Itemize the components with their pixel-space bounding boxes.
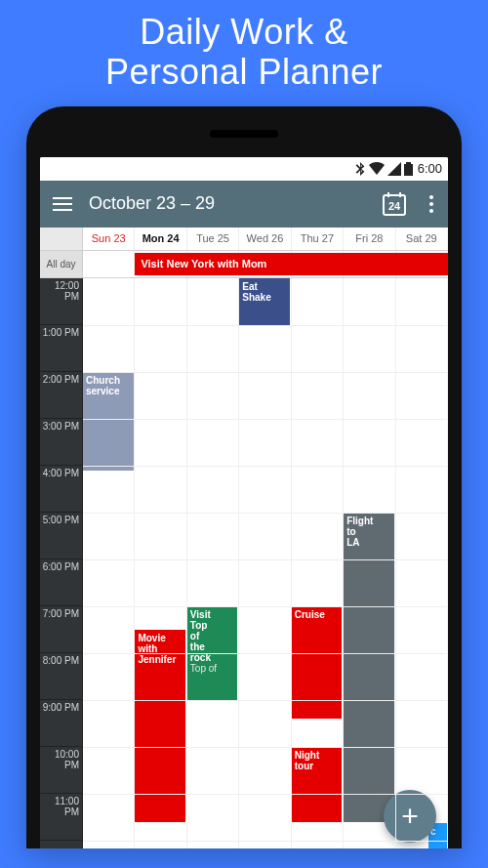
day-header-sat[interactable]: Sat 29 (396, 227, 448, 250)
day-header-row: Sun 23Mon 24Tue 25Wed 26Thu 27Fri 28Sat … (40, 227, 448, 251)
time-column: 12:00 PM1:00 PM2:00 PM3:00 PM4:00 PM5:00… (40, 278, 83, 848)
all-day-label: All day (40, 251, 83, 277)
app-toolbar: October 23 – 29 24 (40, 181, 448, 227)
day-header-sun[interactable]: Sun 23 (83, 227, 135, 250)
promo-headline: Daily Work & Personal Planner (105, 12, 383, 93)
svg-point-6 (429, 209, 433, 213)
wifi-icon (369, 162, 385, 176)
status-bar: 6:00 (40, 157, 448, 181)
battery-icon (404, 162, 413, 176)
overflow-button[interactable] (421, 187, 442, 221)
hour-label: 3:00 PM (40, 419, 82, 466)
hour-label: 5:00 PM (40, 513, 82, 559)
week-grid[interactable]: 12:00 PM1:00 PM2:00 PM3:00 PM4:00 PM5:00… (40, 278, 448, 848)
days-area[interactable]: ChurchserviceEatShakeFlighttoLAVisitTopo… (83, 278, 448, 848)
hour-label: 8:00 PM (40, 653, 82, 700)
day-header-fri[interactable]: Fri 28 (344, 227, 395, 250)
all-day-row: All day Visit New York with Mom (40, 251, 448, 278)
hour-label: 9:00 PM (40, 700, 82, 747)
status-time: 6:00 (418, 161, 442, 176)
hour-label: 6:00 PM (40, 559, 82, 606)
day-header-tue[interactable]: Tue 25 (187, 227, 239, 250)
hour-label: 4:00 PM (40, 466, 82, 513)
day-header-mon[interactable]: Mon 24 (135, 227, 186, 250)
phone-frame: 6:00 October 23 – 29 24 Sun 23Mon 24Tue … (26, 106, 462, 848)
svg-point-5 (429, 202, 433, 206)
hour-label: 12:00 PM (40, 278, 82, 325)
hour-label: 10:00 PM (40, 747, 82, 794)
menu-button[interactable] (46, 187, 79, 221)
all-day-track: Visit New York with Mom (83, 251, 448, 277)
toolbar-title: October 23 – 29 (89, 193, 368, 214)
svg-point-4 (429, 195, 433, 199)
allday-event[interactable]: Visit New York with Mom (135, 253, 448, 275)
hour-label: 7:00 PM (40, 606, 82, 653)
svg-text:24: 24 (388, 200, 401, 212)
hour-label: 2:00 PM (40, 372, 82, 419)
day-header-thu[interactable]: Thu 27 (292, 227, 344, 250)
cell-signal-icon (387, 162, 401, 176)
screen: 6:00 October 23 – 29 24 Sun 23Mon 24Tue … (40, 157, 448, 848)
hour-label: 11:00 PM (40, 794, 82, 841)
day-header-gutter (40, 227, 83, 250)
day-header-wed[interactable]: Wed 26 (239, 227, 291, 250)
svg-rect-1 (387, 192, 389, 197)
today-button[interactable]: 24 (378, 187, 411, 221)
hour-label: 1:00 PM (40, 325, 82, 372)
svg-rect-2 (399, 192, 401, 197)
bluetooth-icon (354, 162, 366, 176)
